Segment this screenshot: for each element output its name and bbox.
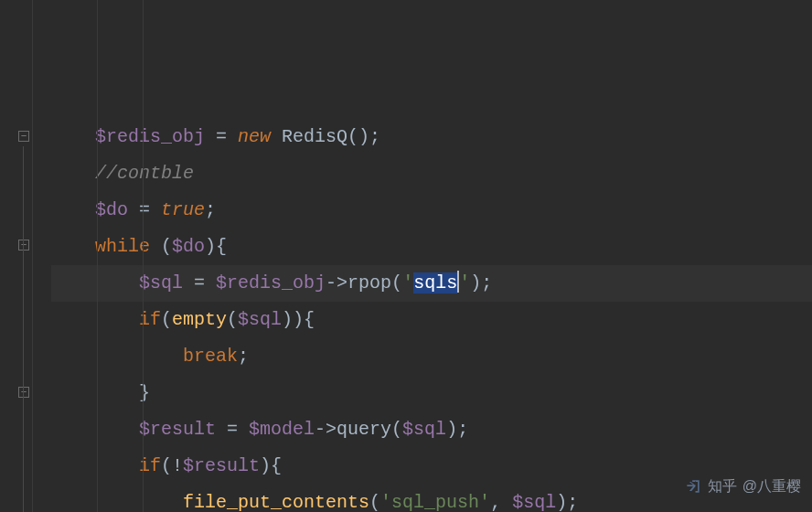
code-token: rpop — [347, 272, 391, 293]
code-token: ); — [556, 492, 578, 512]
fold-toggle[interactable]: − — [18, 131, 29, 142]
code-token: break — [183, 346, 238, 367]
code-token: $redis_obj — [216, 272, 326, 293]
fold-line — [23, 146, 24, 512]
code-token: (! — [161, 455, 183, 476]
code-token: = — [183, 272, 216, 293]
code-line[interactable]: } — [51, 375, 812, 411]
code-token: ( — [391, 419, 402, 440]
code-token: ); — [446, 419, 468, 440]
code-line[interactable]: if(empty($sql)){ — [51, 302, 812, 338]
code-token: $do — [172, 236, 205, 257]
code-token: = — [128, 199, 161, 220]
code-token: //contble — [95, 163, 194, 184]
code-token: -> — [326, 272, 347, 293]
code-token: , — [490, 492, 512, 512]
code-line[interactable]: break; — [51, 338, 812, 375]
watermark-user: @八重樱 — [743, 468, 801, 505]
code-token: $redis_obj — [95, 126, 205, 147]
code-token: empty — [172, 309, 227, 330]
code-token: ){ — [260, 455, 282, 476]
code-token: ' — [402, 272, 413, 293]
code-token: ; — [205, 199, 216, 220]
fold-toggle[interactable]: − — [18, 240, 29, 251]
code-line[interactable]: while ($do){ — [51, 229, 812, 265]
zhihu-icon — [684, 477, 702, 496]
code-line[interactable]: $result = $model->query($sql); — [51, 411, 812, 448]
code-token: file_put_contents — [183, 492, 369, 512]
code-token: $sql — [512, 492, 556, 512]
code-token: ); — [470, 272, 492, 293]
code-token: ( — [369, 492, 380, 512]
code-token: sqls — [413, 272, 457, 293]
code-token: ' — [459, 272, 470, 293]
code-line[interactable]: //contble — [51, 155, 812, 192]
code-token: $sql — [402, 419, 446, 440]
code-token: )){ — [282, 309, 315, 330]
watermark: 知乎 @八重樱 — [684, 468, 801, 505]
code-token: $do — [95, 199, 128, 220]
code-token: $sql — [139, 272, 183, 293]
code-token: ( — [161, 309, 172, 330]
code-token: 'sql_push' — [380, 492, 490, 512]
code-token: true — [161, 199, 205, 220]
code-token: $model — [249, 419, 315, 440]
code-token: $result — [183, 455, 260, 476]
code-token: (); — [347, 126, 380, 147]
code-token: $sql — [238, 309, 282, 330]
code-token — [271, 126, 282, 147]
code-token: new — [238, 126, 271, 147]
editor-gutter: −−− — [0, 0, 33, 512]
code-token: ( — [391, 272, 402, 293]
code-token: ( — [150, 236, 172, 257]
code-line[interactable]: $do = true; — [51, 192, 812, 229]
watermark-site: 知乎 — [708, 468, 737, 505]
code-token: $result — [139, 419, 216, 440]
fold-toggle[interactable]: − — [18, 387, 29, 398]
code-token: ){ — [205, 236, 227, 257]
code-line[interactable]: $redis_obj = new RedisQ(); — [51, 119, 812, 155]
code-token: = — [205, 126, 238, 147]
code-token: } — [139, 382, 150, 403]
code-line[interactable]: $sql = $redis_obj->rpop('sqls'); — [51, 265, 812, 302]
code-token: ; — [238, 346, 249, 367]
code-token: = — [216, 419, 249, 440]
code-token: ( — [227, 309, 238, 330]
code-token: -> — [315, 419, 337, 440]
code-token: query — [337, 419, 391, 440]
code-editor[interactable]: $redis_obj = new RedisQ(); //contble $do… — [33, 0, 812, 512]
text-caret — [457, 271, 459, 293]
code-token: RedisQ — [282, 126, 347, 147]
